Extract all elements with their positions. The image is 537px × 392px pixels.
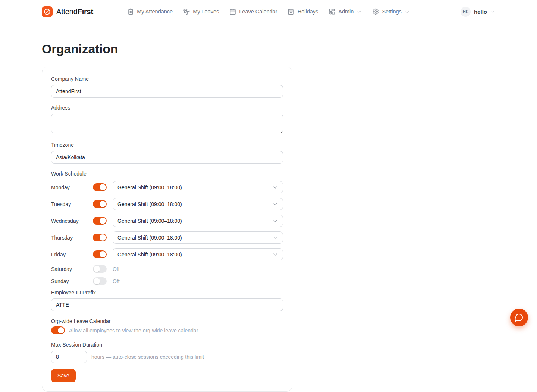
thursday-toggle[interactable]	[93, 234, 107, 241]
saturday-toggle[interactable]	[93, 265, 107, 273]
nav-my-attendance[interactable]: My Attendance	[127, 8, 173, 15]
friday-shift-select[interactable]: General Shift (09:00–18:00)	[113, 248, 283, 260]
tuesday-toggle[interactable]	[93, 200, 107, 208]
timezone-label: Timezone	[51, 142, 283, 148]
employee-id-prefix-field: Employee ID Prefix	[51, 290, 283, 311]
company-name-input[interactable]	[51, 85, 283, 98]
timezone-input[interactable]	[51, 151, 283, 164]
page-title: Organization	[42, 42, 495, 56]
schedule-row-friday: Friday General Shift (09:00–18:00)	[51, 248, 283, 260]
org-leave-calendar-description: Allow all employees to view the org-wide…	[69, 328, 198, 333]
schedule-row-sunday: Sunday Off	[51, 277, 283, 285]
thursday-shift-select[interactable]: General Shift (09:00–18:00)	[113, 231, 283, 244]
schedule-row-wednesday: Wednesday General Shift (09:00–18:00)	[51, 215, 283, 227]
clipboard-icon	[127, 8, 134, 15]
user-name: hello	[474, 9, 487, 15]
friday-toggle[interactable]	[93, 250, 107, 258]
saturday-off-label: Off	[113, 266, 119, 272]
org-leave-calendar-label: Org-wide Leave Calendar	[51, 318, 283, 324]
app-header: AttendFirst My Attendance My Leaves	[0, 0, 537, 23]
org-leave-calendar-toggle[interactable]	[51, 326, 65, 334]
schedule-row-monday: Monday General Shift (09:00–18:00)	[51, 181, 283, 193]
monday-toggle[interactable]	[93, 183, 107, 191]
calendar-heart-icon	[288, 8, 295, 15]
main-nav: My Attendance My Leaves Leave Calendar	[127, 0, 410, 23]
max-session-hint: hours — auto-close sessions exceeding th…	[91, 354, 204, 360]
save-button[interactable]: Save	[51, 369, 76, 382]
chevron-down-icon	[272, 252, 278, 257]
schedule-row-tuesday: Tuesday General Shift (09:00–18:00)	[51, 198, 283, 210]
employee-id-prefix-input[interactable]	[51, 298, 283, 311]
org-leave-calendar-section: Org-wide Leave Calendar Allow all employ…	[51, 318, 283, 334]
work-schedule-label: Work Schedule	[51, 171, 283, 177]
nav-holidays[interactable]: Holidays	[288, 8, 318, 15]
chat-bubble-icon	[515, 313, 524, 322]
chevron-down-icon	[272, 184, 278, 190]
timezone-field: Timezone	[51, 142, 283, 164]
palmtree-icon	[183, 8, 190, 15]
main-content: Organization Company Name Address Timezo…	[0, 42, 537, 392]
company-name-label: Company Name	[51, 76, 283, 82]
nav-admin[interactable]: Admin	[329, 8, 362, 15]
nav-settings[interactable]: Settings	[372, 8, 409, 15]
gear-icon	[372, 8, 379, 15]
address-field: Address	[51, 105, 283, 135]
max-session-section: Max Session Duration hours — auto-close …	[51, 342, 283, 363]
brand-name: AttendFirst	[56, 7, 93, 16]
schedule-row-saturday: Saturday Off	[51, 265, 283, 273]
max-session-input[interactable]	[51, 351, 87, 363]
chat-fab-button[interactable]	[510, 309, 528, 326]
company-name-field: Company Name	[51, 76, 283, 98]
nav-my-leaves[interactable]: My Leaves	[183, 8, 219, 15]
work-schedule-section: Work Schedule Monday General Shift (09:0…	[51, 171, 283, 285]
chevron-down-icon	[272, 218, 278, 224]
tuesday-shift-select[interactable]: General Shift (09:00–18:00)	[113, 198, 283, 210]
wednesday-toggle[interactable]	[93, 217, 107, 225]
chevron-down-icon	[272, 235, 278, 241]
logo-check-icon	[42, 6, 53, 17]
sunday-toggle[interactable]	[93, 277, 107, 285]
chevron-down-icon	[404, 9, 410, 15]
brand-logo[interactable]: AttendFirst	[42, 6, 93, 17]
nav-leave-calendar[interactable]: Leave Calendar	[229, 8, 277, 15]
employee-id-prefix-label: Employee ID Prefix	[51, 290, 283, 295]
chevron-down-icon	[490, 9, 495, 14]
monday-shift-select[interactable]: General Shift (09:00–18:00)	[113, 181, 283, 193]
organization-form-card: Company Name Address Timezone Work Sched…	[42, 67, 292, 392]
max-session-label: Max Session Duration	[51, 342, 283, 348]
address-label: Address	[51, 105, 283, 111]
wednesday-shift-select[interactable]: General Shift (09:00–18:00)	[113, 215, 283, 227]
sunday-off-label: Off	[113, 278, 119, 284]
avatar: HE	[461, 7, 471, 17]
chevron-down-icon	[356, 9, 362, 15]
layout-grid-icon	[329, 8, 335, 15]
user-menu[interactable]: HE hello	[461, 7, 495, 17]
schedule-row-thursday: Thursday General Shift (09:00–18:00)	[51, 231, 283, 244]
calendar-icon	[229, 8, 236, 15]
chevron-down-icon	[272, 201, 278, 207]
address-input[interactable]	[51, 114, 283, 133]
